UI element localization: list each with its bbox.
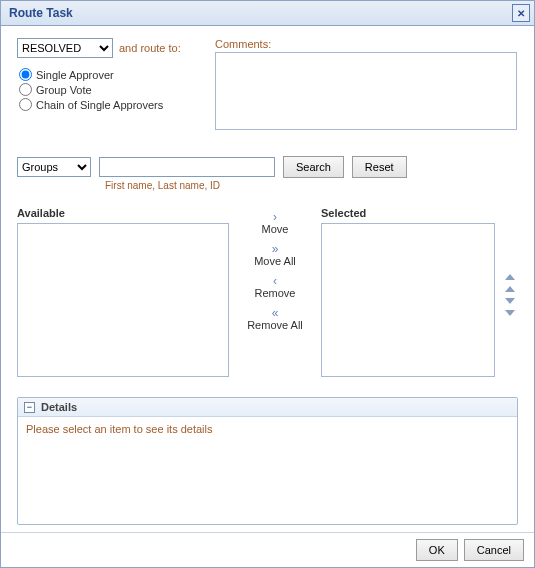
move-label: Move bbox=[262, 223, 289, 235]
remove-button[interactable]: ‹ Remove bbox=[255, 275, 296, 299]
available-label: Available bbox=[17, 207, 229, 219]
approver-mode-radios: Single Approver Group Vote Chain of Sing… bbox=[19, 68, 197, 111]
ok-button[interactable]: OK bbox=[416, 539, 458, 561]
search-hint: First name, Last name, ID bbox=[105, 180, 518, 191]
dialog-title: Route Task bbox=[5, 6, 512, 20]
search-row: Groups Search Reset bbox=[17, 156, 518, 178]
details-header[interactable]: − Details bbox=[18, 398, 517, 417]
close-icon: ✕ bbox=[517, 8, 525, 19]
collapse-icon: − bbox=[24, 402, 35, 413]
remove-all-label: Remove All bbox=[247, 319, 303, 331]
and-route-to-label: and route to: bbox=[119, 42, 181, 54]
dialog-body: RESOLVED and route to: Single Approver G… bbox=[1, 26, 534, 525]
comments-textarea[interactable] bbox=[215, 52, 517, 130]
details-body: Please select an item to see its details bbox=[18, 417, 517, 441]
cancel-button[interactable]: Cancel bbox=[464, 539, 524, 561]
details-title: Details bbox=[41, 401, 77, 413]
search-input[interactable] bbox=[99, 157, 275, 177]
move-bottom-button[interactable] bbox=[505, 310, 515, 316]
available-listbox[interactable] bbox=[17, 223, 229, 377]
reset-button[interactable]: Reset bbox=[352, 156, 407, 178]
double-chevron-left-icon: « bbox=[272, 307, 279, 319]
status-select[interactable]: RESOLVED bbox=[17, 38, 113, 58]
reorder-column bbox=[505, 207, 515, 383]
dual-list: Available › Move » Move All ‹ Remove « bbox=[17, 207, 518, 383]
chevron-left-icon: ‹ bbox=[273, 275, 277, 287]
dialog-route-task: Route Task ✕ RESOLVED and route to: Sing… bbox=[0, 0, 535, 568]
remove-label: Remove bbox=[255, 287, 296, 299]
radio-group-vote-input[interactable] bbox=[19, 83, 32, 96]
comments-column: Comments: bbox=[215, 38, 518, 132]
chevron-right-icon: › bbox=[273, 211, 277, 223]
radio-chain-approvers[interactable]: Chain of Single Approvers bbox=[19, 98, 197, 111]
search-button[interactable]: Search bbox=[283, 156, 344, 178]
details-panel: − Details Please select an item to see i… bbox=[17, 397, 518, 525]
move-all-label: Move All bbox=[254, 255, 296, 267]
selected-column: Selected bbox=[321, 207, 495, 377]
titlebar: Route Task ✕ bbox=[1, 1, 534, 26]
move-all-button[interactable]: » Move All bbox=[254, 243, 296, 267]
close-button[interactable]: ✕ bbox=[512, 4, 530, 22]
move-button[interactable]: › Move bbox=[262, 211, 289, 235]
radio-group-vote-label: Group Vote bbox=[36, 84, 92, 96]
radio-single-approver[interactable]: Single Approver bbox=[19, 68, 197, 81]
move-up-button[interactable] bbox=[505, 286, 515, 292]
search-scope-select[interactable]: Groups bbox=[17, 157, 91, 177]
radio-single-approver-label: Single Approver bbox=[36, 69, 114, 81]
move-buttons-column: › Move » Move All ‹ Remove « Remove All bbox=[239, 207, 311, 337]
radio-chain-approvers-input[interactable] bbox=[19, 98, 32, 111]
double-chevron-right-icon: » bbox=[272, 243, 279, 255]
radio-group-vote[interactable]: Group Vote bbox=[19, 83, 197, 96]
selected-label: Selected bbox=[321, 207, 495, 219]
comments-label: Comments: bbox=[215, 38, 518, 50]
radio-chain-approvers-label: Chain of Single Approvers bbox=[36, 99, 163, 111]
remove-all-button[interactable]: « Remove All bbox=[247, 307, 303, 331]
radio-single-approver-input[interactable] bbox=[19, 68, 32, 81]
selected-listbox[interactable] bbox=[321, 223, 495, 377]
status-route-row: RESOLVED and route to: bbox=[17, 38, 197, 58]
move-down-button[interactable] bbox=[505, 298, 515, 304]
top-row: RESOLVED and route to: Single Approver G… bbox=[17, 38, 518, 132]
routing-left-column: RESOLVED and route to: Single Approver G… bbox=[17, 38, 197, 132]
dialog-footer: OK Cancel bbox=[1, 532, 534, 567]
available-column: Available bbox=[17, 207, 229, 377]
move-top-button[interactable] bbox=[505, 274, 515, 280]
details-empty-text: Please select an item to see its details bbox=[26, 423, 212, 435]
